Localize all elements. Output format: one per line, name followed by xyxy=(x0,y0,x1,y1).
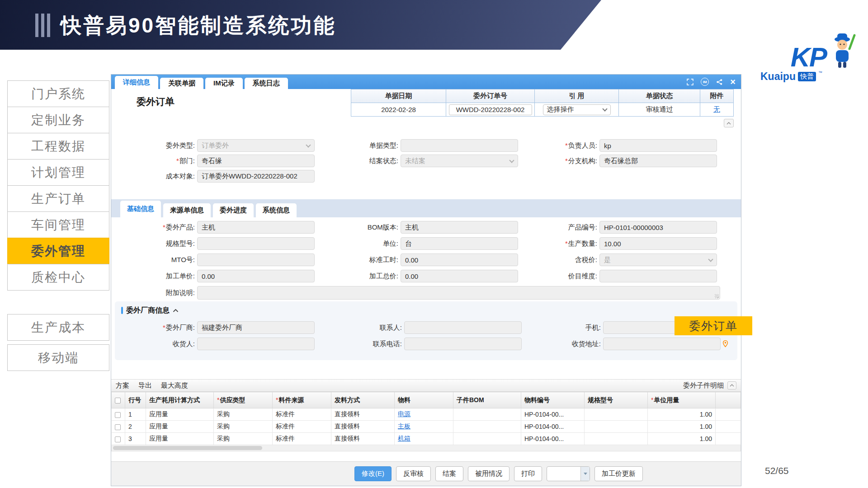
caret-down-icon xyxy=(580,467,590,481)
toolbar-scheme-button[interactable]: 方案 xyxy=(116,381,129,390)
table-row: 2 应用量 采购 标准件 直接领料 主板 HP-0104-00... 1.00 xyxy=(112,421,741,433)
cost-object-input[interactable]: 订单委外WWDD-20220228-002 xyxy=(197,170,315,183)
responsible-person-input[interactable]: kp xyxy=(599,139,717,152)
tab-detail-info[interactable]: 详细信息 xyxy=(115,76,158,89)
footer-dropdown[interactable] xyxy=(547,466,590,481)
toolbar-export-button[interactable]: 导出 xyxy=(138,381,152,390)
sidebar-item-production-order[interactable]: 生产订单 xyxy=(7,185,109,212)
sidebar-item-mobile[interactable]: 移动端 xyxy=(7,344,109,371)
slide-page-number: 52/65 xyxy=(765,465,789,476)
select-all-checkbox[interactable] xyxy=(115,398,121,404)
required-marker: * xyxy=(651,396,653,404)
slide-header-banner: 快普易90智能制造系统功能 xyxy=(0,0,601,50)
horizontal-scrollbar[interactable] xyxy=(111,445,741,451)
contact-person-input[interactable] xyxy=(404,321,522,334)
subtab-outsourcing-progress[interactable]: 委外进度 xyxy=(213,203,254,217)
print-button[interactable]: 打印 xyxy=(514,466,542,481)
close-icon[interactable]: × xyxy=(730,77,736,86)
collapse-header-button[interactable] xyxy=(724,119,734,127)
production-qty-input[interactable]: 10.00 xyxy=(599,237,717,250)
row-checkbox[interactable] xyxy=(115,412,121,418)
order-no-input[interactable]: WWDD-20220228-002 xyxy=(449,104,532,115)
panel-label: 委外子件明细 xyxy=(683,381,724,390)
annotation-callout: 委外订单 xyxy=(675,316,752,335)
doc-status-value: 审核通过 xyxy=(619,103,700,117)
subtab-system-info[interactable]: 系统信息 xyxy=(256,203,297,217)
outsourced-product-input[interactable]: 主机 xyxy=(197,221,315,234)
usage-status-button[interactable]: 被用情况 xyxy=(468,466,509,481)
order-main-form: 委外类型: 订单委外 单据类型: *负责人员: kp *部门: 奇石缘 结案状态… xyxy=(111,138,741,184)
receiver-input[interactable] xyxy=(197,338,315,350)
fullscreen-icon[interactable] xyxy=(687,79,693,85)
sidebar-item-quality-center[interactable]: 质检中心 xyxy=(7,264,109,291)
material-link[interactable]: 机箱 xyxy=(398,435,410,442)
tab-im-records[interactable]: IM记录 xyxy=(205,78,243,89)
sidebar-item-engineering-data[interactable]: 工程数据 xyxy=(7,133,109,160)
modify-button[interactable]: 修改(E) xyxy=(354,466,392,481)
department-input[interactable]: 奇石缘 xyxy=(197,155,315,167)
kp-monogram: KP xyxy=(791,45,826,70)
sidebar-item-production-cost[interactable]: 生产成本 xyxy=(7,314,109,341)
material-link[interactable]: 主板 xyxy=(398,422,410,430)
chevron-down-icon xyxy=(602,106,607,111)
doc-status-header: 单据状态 xyxy=(619,89,700,103)
tab-system-log[interactable]: 系统日志 xyxy=(245,78,288,89)
delivery-address-input[interactable] xyxy=(603,338,721,350)
additional-notes-textarea[interactable] xyxy=(197,286,720,300)
col-consumption-calc: 生产耗用计算方式 xyxy=(146,392,214,408)
resize-handle-icon[interactable] xyxy=(715,294,719,298)
product-code-input[interactable]: HP-0101-00000003 xyxy=(599,221,717,234)
standard-hours-input[interactable]: 0.00 xyxy=(401,253,518,266)
outsourcing-order-window: 详细信息 关联单据 IM记录 系统日志 IM × 委外订单 单据日期 委外订单号… xyxy=(111,74,741,486)
footer-action-bar: 修改(E) 反审核 结案 被用情况 打印 加工价更新 xyxy=(111,461,741,486)
unapprove-button[interactable]: 反审核 xyxy=(396,466,431,481)
col-material-source: *料件来源 xyxy=(273,392,331,408)
row-checkbox[interactable] xyxy=(115,436,121,442)
sidebar-item-outsourcing-management[interactable]: 委外管理 xyxy=(7,238,109,264)
toolbar-max-height-button[interactable]: 最大高度 xyxy=(161,381,188,390)
process-total-price-input[interactable]: 0.00 xyxy=(401,270,518,282)
process-unit-price-input[interactable]: 0.00 xyxy=(197,270,315,282)
process-price-update-button[interactable]: 加工价更新 xyxy=(594,466,643,481)
section-collapse-icon[interactable] xyxy=(173,309,179,313)
vendor-input[interactable]: 福建委外厂商 xyxy=(197,321,315,334)
panel-collapse-button[interactable] xyxy=(727,381,736,389)
branch-org-input[interactable]: 奇石缘总部 xyxy=(599,155,717,167)
tax-included-select[interactable]: 是 xyxy=(599,253,717,266)
contact-phone-input[interactable] xyxy=(404,338,522,350)
bom-version-input[interactable]: 主机 xyxy=(401,221,518,234)
sidebar-item-custom-business[interactable]: 定制业务 xyxy=(7,107,109,133)
row-checkbox[interactable] xyxy=(115,424,121,430)
slide-title: 快普易90智能制造系统功能 xyxy=(61,12,336,40)
attachment-link[interactable]: 无 xyxy=(713,105,720,114)
col-spec-model: 规格型号 xyxy=(585,392,648,408)
im-icon[interactable]: IM xyxy=(701,78,709,86)
close-case-button[interactable]: 结案 xyxy=(435,466,463,481)
outsourcing-type-select[interactable]: 订单委外 xyxy=(197,139,315,152)
scrollbar-thumb[interactable] xyxy=(113,446,262,450)
required-marker: * xyxy=(163,223,165,231)
location-pin-icon[interactable] xyxy=(722,340,729,348)
tab-related-documents[interactable]: 关联单据 xyxy=(160,78,203,89)
subtab-source-doc-info[interactable]: 来源单信息 xyxy=(163,203,211,217)
chevron-down-icon xyxy=(306,142,311,147)
material-link[interactable]: 电源 xyxy=(398,410,410,418)
unit-input[interactable]: 台 xyxy=(401,237,518,250)
sidebar-item-plan-management[interactable]: 计划管理 xyxy=(7,159,109,186)
spec-model-input[interactable] xyxy=(197,237,315,250)
module-sidebar: 门户系统 定制业务 工程数据 计划管理 生产订单 车间管理 委外管理 质检中心 … xyxy=(7,81,109,371)
window-tabbar: 详细信息 关联单据 IM记录 系统日志 IM × xyxy=(111,75,741,89)
document-type-input[interactable] xyxy=(401,139,518,152)
doc-orderno-header: 委外订单号 xyxy=(446,89,535,103)
detail-subtabs: 基础信息 来源单信息 委外进度 系统信息 xyxy=(111,199,741,217)
price-dimension-input[interactable] xyxy=(599,270,717,282)
sidebar-item-portal[interactable]: 门户系统 xyxy=(7,80,109,107)
mto-no-input[interactable] xyxy=(197,253,315,266)
share-icon[interactable] xyxy=(716,79,723,85)
doc-reference-header: 引 用 xyxy=(535,89,619,103)
subtab-basic-info[interactable]: 基础信息 xyxy=(120,201,161,217)
reference-action-select[interactable]: 选择操作 xyxy=(543,104,611,115)
required-marker: * xyxy=(176,157,179,164)
sidebar-item-workshop-management[interactable]: 车间管理 xyxy=(7,211,109,238)
close-status-select[interactable]: 未结案 xyxy=(401,155,518,167)
